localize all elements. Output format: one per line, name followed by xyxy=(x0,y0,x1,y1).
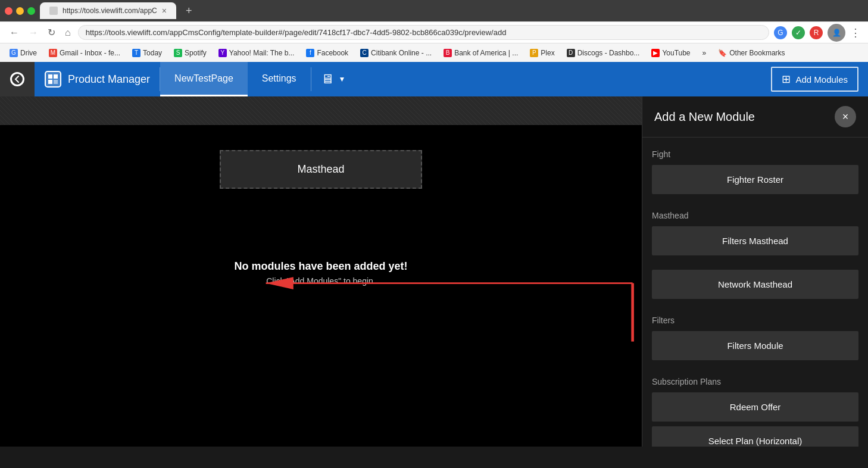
bookmark-youtube-label: YouTube xyxy=(662,49,690,57)
masthead-label: Masthead xyxy=(297,163,344,176)
nav-tabs: NewTestPage Settings xyxy=(160,62,311,96)
svg-rect-3 xyxy=(48,80,52,84)
bookmark-drive[interactable]: G Drive xyxy=(5,48,42,58)
panel-content: Fight Fighter Roster Masthead Filters Ma… xyxy=(642,138,868,447)
browser-chrome: https://tools.viewlift.com/appC × + ← → … xyxy=(0,0,868,62)
masthead-block[interactable]: Masthead xyxy=(220,150,422,189)
section-fight-label: Fight xyxy=(652,149,858,159)
section-subscription-label: Subscription Plans xyxy=(652,377,858,386)
forward-nav-button[interactable]: → xyxy=(26,25,40,40)
panel-title: Add a New Module xyxy=(654,110,755,124)
grid-icon: ⊞ xyxy=(782,73,791,86)
home-nav-button[interactable]: ⌂ xyxy=(63,25,73,40)
right-panel: Add a New Module × Fight Fighter Roster … xyxy=(642,96,868,447)
app-header: Product Manager NewTestPage Settings 🖥 ▼… xyxy=(0,62,868,96)
youtube-bookmark-icon: ▶ xyxy=(651,49,660,57)
tab-settings[interactable]: Settings xyxy=(248,62,311,96)
panel-header: Add a New Module × xyxy=(642,96,868,138)
bookmark-more-label: » xyxy=(702,49,707,57)
bookmark-bofa[interactable]: B Bank of America | ... xyxy=(439,48,523,58)
bookmark-gmail-label: Gmail - Inbox - fe... xyxy=(60,49,120,57)
bookmark-yahoo[interactable]: Y Yahoo! Mail: The b... xyxy=(214,48,299,58)
product-logo: Product Manager xyxy=(35,70,160,88)
tab-settings-label: Settings xyxy=(262,73,296,84)
discogs-bookmark-icon: D xyxy=(567,49,575,57)
add-modules-button[interactable]: ⊞ Add Modules xyxy=(771,67,858,92)
google-account-icon[interactable]: G xyxy=(774,26,787,39)
section-filters-label: Filters xyxy=(652,316,858,325)
tab-new-test-page[interactable]: NewTestPage xyxy=(160,62,248,96)
profile-avatar[interactable]: 👤 xyxy=(828,24,845,42)
bookmark-today[interactable]: T Today xyxy=(127,48,167,58)
bofa-bookmark-icon: B xyxy=(444,49,452,57)
main-content: Masthead No modules have been added yet!… xyxy=(0,96,868,447)
window-controls xyxy=(5,7,35,15)
bookmark-spotify[interactable]: S Spotify xyxy=(169,48,211,58)
nav-icons: G ✓ R 👤 ⋮ xyxy=(774,24,861,42)
minimize-button[interactable] xyxy=(16,7,24,15)
bookmark-gmail[interactable]: M Gmail - Inbox - fe... xyxy=(44,48,125,58)
bookmark-facebook[interactable]: f Facebook xyxy=(301,48,353,58)
canvas-area: Masthead No modules have been added yet!… xyxy=(0,96,642,447)
section-masthead-label: Masthead xyxy=(652,211,858,220)
bookmark-spotify-label: Spotify xyxy=(185,49,207,57)
filters-module-button[interactable]: Filters Module xyxy=(652,331,858,360)
tab-title: https://tools.viewlift.com/appC xyxy=(63,7,157,15)
canvas-empty-title: No modules have been added yet! xyxy=(234,260,407,273)
bookmark-facebook-label: Facebook xyxy=(317,49,348,57)
tab-close-button[interactable]: × xyxy=(162,6,167,15)
panel-close-button[interactable]: × xyxy=(835,106,856,127)
device-chevron-icon: ▼ xyxy=(339,75,346,83)
today-bookmark-icon: T xyxy=(132,49,140,57)
bookmark-youtube[interactable]: ▶ YouTube xyxy=(647,48,695,58)
close-icon: × xyxy=(842,111,849,123)
add-modules-label: Add Modules xyxy=(795,74,848,85)
svg-rect-4 xyxy=(54,80,58,84)
more-options-button[interactable]: ⋮ xyxy=(850,26,861,39)
title-bar: https://tools.viewlift.com/appC × + xyxy=(0,0,868,21)
back-button[interactable] xyxy=(0,62,35,96)
back-nav-button[interactable]: ← xyxy=(7,25,21,40)
hatched-pattern xyxy=(0,96,642,125)
select-plan-horizontal-button[interactable]: Select Plan (Horizontal) xyxy=(652,426,858,447)
redeem-offer-button[interactable]: Rdeem Offer xyxy=(652,392,858,422)
logo-cube-icon xyxy=(44,70,62,88)
bookmark-other[interactable]: 🔖 Other Bookmarks xyxy=(713,48,789,58)
filters-masthead-button[interactable]: Filters Masthead xyxy=(652,226,858,255)
extension-icon-2[interactable]: R xyxy=(810,26,823,39)
extension-icon-1[interactable]: ✓ xyxy=(792,26,805,39)
maximize-button[interactable] xyxy=(27,7,35,15)
bookmark-plex[interactable]: P Plex xyxy=(525,48,559,58)
facebook-bookmark-icon: f xyxy=(306,49,314,57)
bookmarks-bar: G Drive M Gmail - Inbox - fe... T Today … xyxy=(0,43,868,62)
bookmark-citibank-label: Citibank Online - ... xyxy=(371,49,432,57)
new-tab-button[interactable]: + xyxy=(186,5,192,17)
browser-tab[interactable]: https://tools.viewlift.com/appC × xyxy=(40,2,176,19)
app-container: Product Manager NewTestPage Settings 🖥 ▼… xyxy=(0,62,868,447)
gmail-bookmark-icon: M xyxy=(49,49,57,57)
svg-rect-2 xyxy=(54,74,58,79)
bookmark-discogs[interactable]: D Discogs - Dashbo... xyxy=(562,48,645,58)
bookmark-discogs-label: Discogs - Dashbo... xyxy=(577,49,640,57)
address-bar: ← → ↻ ⌂ G ✓ R 👤 ⋮ xyxy=(0,21,868,43)
bookmark-plex-label: Plex xyxy=(541,49,554,57)
fighter-roster-button[interactable]: Fighter Roster xyxy=(652,165,858,194)
spotify-bookmark-icon: S xyxy=(174,49,182,57)
bookmark-more[interactable]: » xyxy=(698,48,711,58)
device-icon: 🖥 xyxy=(321,71,334,87)
tab-new-test-page-label: NewTestPage xyxy=(174,73,233,84)
other-bookmarks-label: Other Bookmarks xyxy=(729,49,785,57)
svg-rect-1 xyxy=(48,74,52,79)
bookmark-drive-label: Drive xyxy=(20,49,37,57)
refresh-nav-button[interactable]: ↻ xyxy=(45,24,58,40)
bookmark-yahoo-label: Yahoo! Mail: The b... xyxy=(229,49,295,57)
drive-bookmark-icon: G xyxy=(10,49,18,57)
back-arrow-icon xyxy=(10,72,24,86)
svg-rect-0 xyxy=(45,71,61,87)
close-button[interactable] xyxy=(5,7,13,15)
device-selector[interactable]: 🖥 ▼ xyxy=(311,71,355,87)
bookmark-citibank[interactable]: C Citibank Online - ... xyxy=(355,48,436,58)
address-input[interactable] xyxy=(78,25,769,40)
canvas-empty-message: No modules have been added yet! Click "A… xyxy=(234,260,407,286)
network-masthead-button[interactable]: Network Masthead xyxy=(652,270,858,299)
